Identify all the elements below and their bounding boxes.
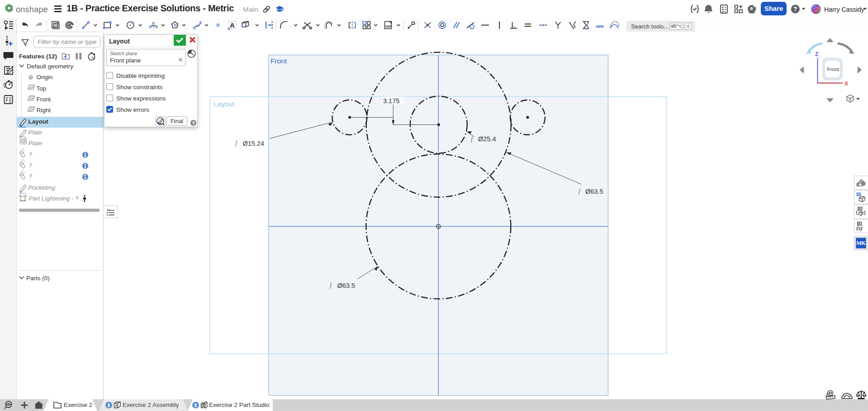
svg-text:X: X: [844, 81, 848, 87]
svg-text:Ø63.5: Ø63.5: [337, 282, 356, 289]
svg-text:Z: Z: [815, 51, 818, 57]
svg-text:Layout: Layout: [213, 100, 235, 108]
svg-text:Ø63.5: Ø63.5: [585, 188, 603, 195]
svg-text:Ø25.4: Ø25.4: [478, 135, 496, 143]
svg-text:Front: Front: [827, 67, 840, 72]
svg-text:Ø15.24: Ø15.24: [243, 140, 265, 147]
svg-text:?: ?: [793, 5, 797, 13]
svg-text:A: A: [230, 21, 235, 29]
svg-text:3.175: 3.175: [383, 97, 399, 105]
svg-text:DXF: DXF: [385, 25, 392, 28]
svg-text:(x): (x): [856, 225, 863, 231]
svg-text:?: ?: [192, 120, 195, 126]
svg-text:f: f: [235, 140, 238, 147]
svg-text:Front: Front: [270, 57, 287, 65]
